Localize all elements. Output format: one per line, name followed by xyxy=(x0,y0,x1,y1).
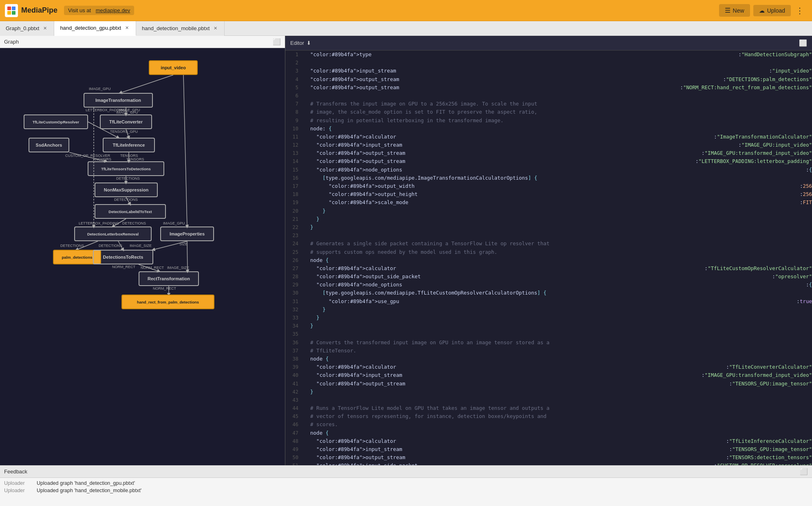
svg-rect-3 xyxy=(12,11,15,15)
line-code: } xyxy=(302,322,812,330)
editor-download-icon[interactable]: ⬇ xyxy=(307,40,311,46)
line-number: 47 xyxy=(285,429,302,437)
line-number: 30 xyxy=(285,289,302,297)
log-row: UploaderUploaded graph 'hand_detection_m… xyxy=(0,487,812,494)
line-code: "color:#89b4fa">node_options xyxy=(302,166,806,174)
node-detections-to-rects[interactable]: DetectionsToRects xyxy=(93,250,153,264)
line-code: "color:#89b4fa">output_stream xyxy=(302,149,702,157)
log-message: Uploaded graph 'hand_detection_mobile.pb… xyxy=(37,488,141,493)
svg-line-5 xyxy=(183,75,187,227)
line-number: 29 xyxy=(285,281,302,289)
line-code: } xyxy=(302,314,812,322)
node-nms[interactable]: NonMaxSuppression xyxy=(95,183,158,197)
line-code: "color:#89b4fa">input_stream xyxy=(302,141,738,149)
more-options-button[interactable]: ⋮ xyxy=(792,4,807,17)
tab-graph0-close[interactable]: ✕ xyxy=(42,25,48,32)
node-label-id-to-text[interactable]: DetectionLabelIdToText xyxy=(95,204,166,219)
editor-label: Editor ⬇ xyxy=(290,40,311,46)
line-code: node { xyxy=(302,256,812,264)
code-line-42: 42 } xyxy=(285,388,812,396)
node-custom-op-resolver[interactable]: TfLiteCustomOpResolver xyxy=(24,114,88,129)
upload-button[interactable]: ☁ Upload xyxy=(753,5,791,16)
code-line-23: 23 xyxy=(285,231,812,240)
app-logo: MediaPipe xyxy=(5,4,57,17)
line-number: 21 xyxy=(285,215,302,223)
line-number: 17 xyxy=(285,182,302,190)
line-number: 3 xyxy=(285,67,302,75)
visit-url[interactable]: mediapipe.dev xyxy=(96,7,130,13)
line-code: "color:#89b4fa">output_stream xyxy=(302,84,680,92)
line-code: } xyxy=(302,207,812,215)
line-number: 5 xyxy=(285,84,302,92)
node-ssd-anchors[interactable]: SsdAnchors xyxy=(29,138,69,152)
new-button[interactable]: ☰ New xyxy=(719,4,750,17)
node-image-transformation[interactable]: ImageTransformation xyxy=(84,93,153,108)
line-code: "color:#89b4fa">use_gpu xyxy=(302,297,797,306)
line-code: "color:#89b4fa">calculator xyxy=(302,363,726,371)
line-code xyxy=(302,396,812,404)
line-number: 7 xyxy=(285,100,302,108)
code-line-11: 11 "color:#89b4fa">calculator: "ImageTra… xyxy=(285,133,812,141)
line-code: [type.googleapis.com/mediapipe.TfLiteCus… xyxy=(302,289,812,297)
port-tensors-2: TENSORS xyxy=(126,157,144,161)
line-number: 10 xyxy=(285,125,302,133)
node-hand-rect[interactable]: hand_rect_from_palm_detections xyxy=(121,295,214,309)
node-tflite-inference[interactable]: TfLiteInference xyxy=(103,138,155,152)
line-number: 23 xyxy=(285,231,302,240)
line-number: 11 xyxy=(285,133,302,141)
line-number: 18 xyxy=(285,190,302,198)
line-number: 2 xyxy=(285,59,302,67)
new-label: New xyxy=(733,7,744,14)
port-detections-1: DETECTIONS xyxy=(116,176,140,180)
port-norm-rect-1: NORM_RECT xyxy=(112,265,135,269)
line-number: 19 xyxy=(285,198,302,207)
line-code: # Runs a TensorFlow Lite model on GPU th… xyxy=(302,404,812,412)
line-code: # image, the scale_mode option is set to… xyxy=(302,108,812,116)
line-code: "color:#89b4fa">input_stream xyxy=(302,67,769,75)
tab-hand-mobile[interactable]: hand_detection_mobile.pbtxt ✕ xyxy=(136,21,225,36)
node-image-properties[interactable]: ImageProperties xyxy=(160,227,214,241)
line-code: # scores. xyxy=(302,420,812,429)
tab-graph0[interactable]: Graph_0.pbtxt ✕ xyxy=(0,21,54,36)
code-line-40: 40 "color:#89b4fa">input_stream: "IMAGE_… xyxy=(285,371,812,379)
graph-collapse-button[interactable]: ⬜ xyxy=(273,38,281,46)
line-number: 49 xyxy=(285,445,302,453)
node-input-video[interactable]: input_video xyxy=(149,60,198,75)
line-number: 27 xyxy=(285,264,302,273)
node-tflite-converter[interactable]: TfLiteConverter xyxy=(100,114,152,129)
log-source: Uploader xyxy=(4,488,33,493)
code-line-44: 44 # Runs a TensorFlow Lite model on GPU… xyxy=(285,404,812,412)
line-code xyxy=(302,231,812,240)
line-number: 20 xyxy=(285,207,302,215)
code-line-37: 37 # TfLiteTensor. xyxy=(285,347,812,355)
port-detections-2: DETECTIONS xyxy=(114,198,138,202)
editor-content[interactable]: 1 "color:#89b4fa">type: "HandDetectionSu… xyxy=(285,51,812,465)
line-code: } xyxy=(302,215,812,223)
graph-canvas[interactable]: input_video IMAGE_GPU ImageTransformatio… xyxy=(0,48,285,465)
code-line-20: 20 } xyxy=(285,207,812,215)
editor-collapse-button[interactable]: ⬜ xyxy=(799,39,807,47)
node-tensors-to-detections[interactable]: TfLiteTensorsToDetections xyxy=(88,161,164,176)
line-number: 15 xyxy=(285,166,302,174)
tab-hand-gpu[interactable]: hand_detection_gpu.pbtxt ✕ xyxy=(54,21,136,36)
code-line-48: 48 "color:#89b4fa">calculator: "TfLiteIn… xyxy=(285,437,812,445)
line-number: 9 xyxy=(285,117,302,125)
tab-hand-mobile-close[interactable]: ✕ xyxy=(212,25,218,32)
visit-link[interactable]: Visit us at mediapipe.dev xyxy=(64,6,134,15)
node-rect-transformation[interactable]: RectTransformation xyxy=(139,271,199,286)
code-line-1: 1 "color:#89b4fa">type: "HandDetectionSu… xyxy=(285,51,812,59)
line-number: 36 xyxy=(285,339,302,347)
feedback-collapse-button[interactable]: ⬜ xyxy=(800,468,808,475)
line-code: "color:#89b4fa">calculator xyxy=(302,264,705,273)
line-code: "color:#89b4fa">node_options xyxy=(302,281,806,289)
node-letterbox-removal[interactable]: DetectionLetterboxRemoval xyxy=(74,227,152,241)
app-name: MediaPipe xyxy=(21,6,57,15)
line-number: 42 xyxy=(285,388,302,396)
code-line-13: 13 "color:#89b4fa">output_stream: "IMAGE… xyxy=(285,149,812,157)
line-code: node { xyxy=(302,429,812,437)
code-line-46: 46 # scores. xyxy=(285,420,812,429)
code-line-2: 2 xyxy=(285,59,812,67)
line-code: "color:#89b4fa">type xyxy=(302,51,738,59)
code-line-35: 35 xyxy=(285,330,812,338)
tab-hand-gpu-close[interactable]: ✕ xyxy=(124,25,130,31)
